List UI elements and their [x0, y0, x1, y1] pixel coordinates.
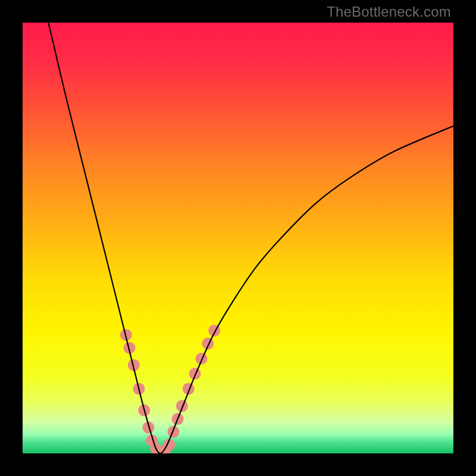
- data-marker: [195, 353, 207, 365]
- data-marker: [167, 426, 179, 438]
- chart-frame: TheBottleneck.com: [0, 0, 476, 476]
- data-marker: [176, 400, 188, 412]
- plot-area: [23, 23, 453, 453]
- curve-layer: [23, 23, 453, 453]
- bottleneck-curve: [48, 23, 453, 453]
- watermark-text: TheBottleneck.com: [327, 4, 451, 20]
- data-marker: [189, 368, 201, 380]
- data-markers: [120, 325, 220, 453]
